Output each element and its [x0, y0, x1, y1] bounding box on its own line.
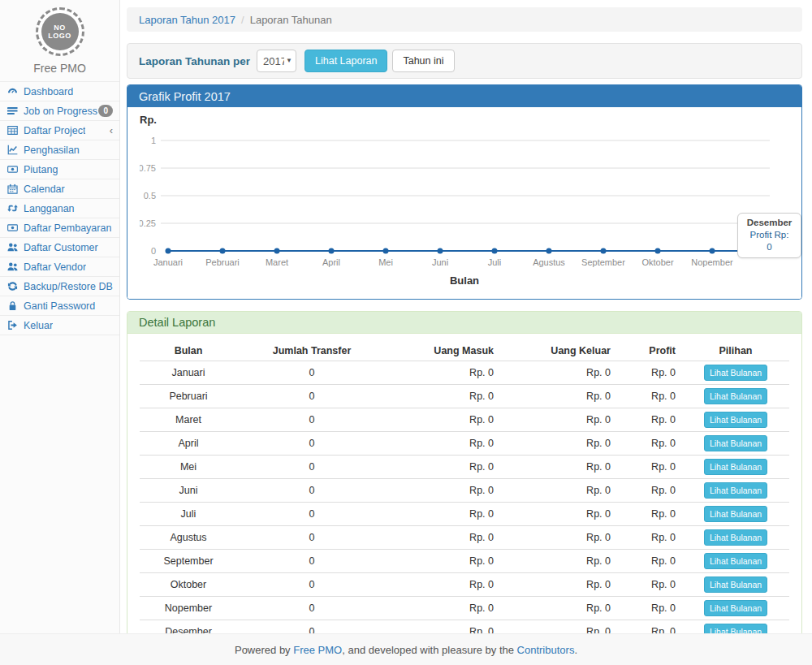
lihat-bulanan-button[interactable]: Lihat Bulanan [704, 388, 767, 404]
report-table-body: Januari0Rp. 0Rp. 0Rp. 0Lihat BulananPebr… [140, 361, 789, 634]
lihat-bulanan-button[interactable]: Lihat Bulanan [704, 459, 767, 475]
logo-text-line1: NO [54, 24, 66, 32]
sidebar-item-label: Ganti Password [24, 300, 95, 312]
sidebar-item-penghasilan[interactable]: Penghasilan [0, 140, 119, 160]
main-content: Laporan Tahun 2017 / Laporan Tahunan Lap… [120, 0, 812, 633]
chart-x-axis-label: Bulan [140, 274, 789, 289]
lihat-bulanan-button[interactable]: Lihat Bulanan [704, 553, 767, 569]
tasks-icon [7, 106, 19, 116]
sidebar-item-keluar[interactable]: Keluar [0, 316, 119, 335]
table-row: September0Rp. 0Rp. 0Rp. 0Lihat Bulanan [140, 550, 789, 573]
sidebar-item-label: Penghasilan [24, 145, 80, 156]
sidebar-item-daftar-project[interactable]: Daftar Project‹ [0, 121, 119, 140]
sidebar-item-daftar-customer[interactable]: Daftar Customer [0, 238, 119, 257]
sidebar-item-ganti-password[interactable]: Ganti Password [0, 296, 119, 316]
money-icon [7, 222, 19, 233]
detail-panel-body: BulanJumlah TransferUang MasukUang Kelua… [127, 334, 801, 633]
svg-text:0.75: 0.75 [140, 163, 156, 173]
table-row: Pebruari0Rp. 0Rp. 0Rp. 0Lihat Bulanan [140, 385, 789, 408]
cell-profit: Rp. 0 [617, 432, 682, 456]
svg-text:Juli: Juli [488, 257, 502, 267]
svg-text:0.5: 0.5 [144, 191, 156, 201]
sidebar-item-daftar-vendor[interactable]: Daftar Vendor [0, 257, 119, 277]
sidebar-item-label: Calendar [24, 184, 65, 195]
cell-pilihan: Lihat Bulanan [682, 526, 789, 550]
cell-bulan: Mei [140, 456, 237, 479]
cell-uang-keluar: Rp. 0 [500, 503, 617, 526]
cell-jumlah-transfer: 0 [237, 597, 387, 620]
sidebar-item-dashboard[interactable]: Dashboard [0, 82, 119, 101]
retweet-icon [7, 203, 19, 214]
cell-profit: Rp. 0 [617, 620, 682, 634]
cell-bulan: Juni [140, 479, 237, 503]
lihat-bulanan-button[interactable]: Lihat Bulanan [704, 482, 767, 499]
cell-uang-keluar: Rp. 0 [500, 456, 617, 479]
table-row: Desember0Rp. 0Rp. 0Rp. 0Lihat Bulanan [140, 620, 789, 634]
sidebar-menu: DashboardJob on Progress0Daftar Project‹… [0, 81, 119, 335]
sidebar-item-langganan[interactable]: Langganan [0, 199, 119, 218]
signout-icon [7, 320, 19, 330]
cell-pilihan: Lihat Bulanan [682, 361, 789, 385]
cell-uang-masuk: Rp. 0 [387, 550, 500, 573]
cell-jumlah-transfer: 0 [237, 479, 387, 503]
lihat-bulanan-button[interactable]: Lihat Bulanan [704, 365, 767, 381]
users-icon [7, 261, 19, 272]
table-icon [7, 125, 19, 136]
svg-text:Maret: Maret [266, 257, 288, 267]
column-header: Jumlah Transfer [237, 342, 387, 361]
page: NO LOGO Free PMO DashboardJob on Progres… [0, 0, 812, 665]
report-toolbar: Laporan Tahunan per 2017 ▼ Lihat Laporan… [127, 43, 802, 79]
cell-bulan: Januari [140, 361, 237, 385]
lihat-bulanan-button[interactable]: Lihat Bulanan [704, 412, 767, 428]
detail-report-panel: Detail Laporan BulanJumlah TransferUang … [127, 311, 802, 633]
cell-uang-keluar: Rp. 0 [500, 620, 617, 634]
lihat-bulanan-button[interactable]: Lihat Bulanan [704, 435, 767, 451]
sidebar-item-daftar-pembayaran[interactable]: Daftar Pembayaran [0, 218, 119, 238]
footer-contributors-link[interactable]: Contributors [517, 644, 575, 656]
lihat-bulanan-button[interactable]: Lihat Bulanan [704, 506, 767, 522]
table-row: Oktober0Rp. 0Rp. 0Rp. 0Lihat Bulanan [140, 573, 789, 597]
cell-profit: Rp. 0 [617, 361, 682, 385]
footer-freepmo-link[interactable]: Free PMO [293, 644, 342, 656]
year-select[interactable]: 2017 [257, 50, 296, 72]
detail-panel-title: Detail Laporan [127, 312, 801, 334]
tahun-ini-button[interactable]: Tahun ini [392, 50, 454, 72]
cell-jumlah-transfer: 0 [237, 573, 387, 597]
chart-panel-body: Rp. 00.250.50.751JanuariPebruariMaretApr… [127, 107, 801, 299]
sidebar-item-piutang[interactable]: Piutang [0, 160, 119, 179]
cell-uang-masuk: Rp. 0 [387, 597, 500, 620]
cell-uang-keluar: Rp. 0 [500, 361, 617, 385]
chevron-left-icon: ‹ [110, 125, 113, 136]
lihat-laporan-button[interactable]: Lihat Laporan [304, 50, 387, 72]
dashboard-icon [7, 86, 19, 97]
cell-uang-keluar: Rp. 0 [500, 385, 617, 408]
lihat-bulanan-button[interactable]: Lihat Bulanan [704, 624, 767, 633]
svg-text:April: April [322, 257, 340, 267]
lihat-bulanan-button[interactable]: Lihat Bulanan [704, 529, 767, 546]
sidebar-item-label: Daftar Pembayaran [24, 222, 111, 234]
sidebar-item-label: Daftar Customer [24, 242, 98, 253]
brand-name: Free PMO [0, 62, 119, 75]
breadcrumb-link[interactable]: Laporan Tahun 2017 [139, 14, 235, 26]
sidebar-item-job-on-progress[interactable]: Job on Progress0 [0, 101, 119, 121]
svg-text:Agustus: Agustus [533, 257, 565, 267]
footer-prefix: Powered by [235, 644, 293, 656]
lihat-bulanan-button[interactable]: Lihat Bulanan [704, 600, 767, 616]
lihat-bulanan-button[interactable]: Lihat Bulanan [704, 576, 767, 593]
cell-profit: Rp. 0 [617, 526, 682, 550]
sidebar-item-label: Piutang [24, 164, 58, 175]
refresh-icon [7, 281, 19, 291]
cell-pilihan: Lihat Bulanan [682, 456, 789, 479]
cell-uang-masuk: Rp. 0 [387, 432, 500, 456]
cell-profit: Rp. 0 [617, 597, 682, 620]
footer-middle: , and developed with pleasure by the [342, 644, 516, 656]
footer-suffix: . [574, 644, 577, 656]
profit-line-chart[interactable]: 00.250.50.751JanuariPebruariMaretAprilMe… [140, 127, 789, 274]
cell-pilihan: Lihat Bulanan [682, 479, 789, 503]
svg-text:0.25: 0.25 [140, 218, 156, 228]
sidebar-item-label: Daftar Project [24, 125, 85, 136]
cell-uang-masuk: Rp. 0 [387, 456, 500, 479]
sidebar-item-calendar[interactable]: Calendar [0, 179, 119, 199]
sidebar-item-backup-restore-db[interactable]: Backup/Restore DB [0, 277, 119, 296]
sidebar-item-label: Langganan [24, 203, 75, 214]
